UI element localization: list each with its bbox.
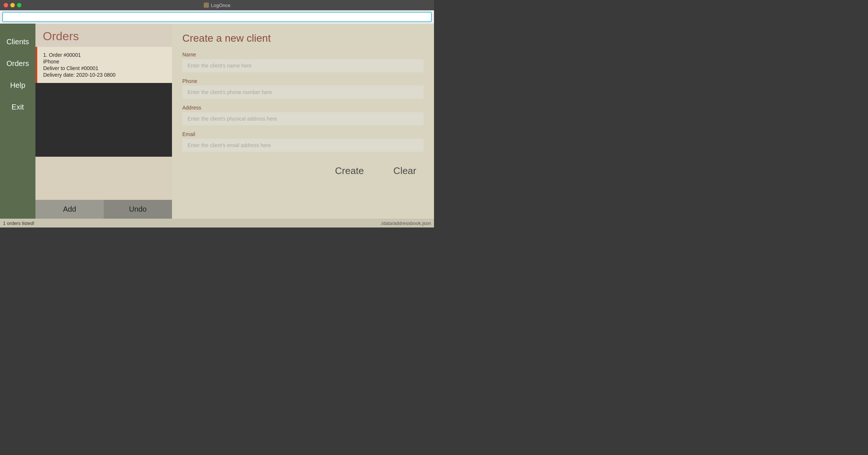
minimize-button[interactable] — [10, 3, 15, 7]
app-icon — [204, 3, 209, 8]
sidebar-item-exit[interactable]: Exit — [0, 96, 35, 118]
order-client: Deliver to Client #00001 — [43, 65, 166, 71]
title-bar: LogOnce — [0, 0, 434, 10]
address-input[interactable] — [182, 112, 424, 125]
address-form-group: Address — [182, 105, 424, 125]
status-right: ./data/addressbook.json — [380, 220, 431, 226]
maximize-button[interactable] — [17, 3, 21, 7]
clear-button[interactable]: Clear — [393, 165, 416, 177]
sidebar-item-help[interactable]: Help — [0, 74, 35, 96]
name-form-group: Name — [182, 52, 424, 72]
form-actions: Create Clear — [182, 165, 424, 177]
phone-input[interactable] — [182, 86, 424, 99]
phone-form-group: Phone — [182, 78, 424, 99]
search-bar-container — [0, 10, 434, 24]
address-label: Address — [182, 105, 424, 111]
orders-dark-area — [35, 83, 172, 157]
search-input[interactable] — [2, 12, 432, 22]
create-client-title: Create a new client — [182, 32, 424, 44]
name-input[interactable] — [182, 59, 424, 72]
add-order-button[interactable]: Add — [35, 200, 104, 219]
undo-button[interactable]: Undo — [104, 200, 172, 219]
status-bar: 1 orders listed! ./data/addressbook.json — [0, 219, 434, 228]
order-date: Delivery date: 2020-10-23 0800 — [43, 72, 166, 78]
create-button[interactable]: Create — [335, 165, 364, 177]
orders-panel: Orders 1. Order #00001 iPhone Deliver to… — [35, 24, 172, 219]
orders-footer: Add Undo — [35, 200, 172, 219]
status-left: 1 orders listed! — [3, 220, 34, 226]
order-item[interactable]: 1. Order #00001 iPhone Deliver to Client… — [35, 47, 172, 83]
orders-header: Orders — [35, 24, 172, 47]
window-controls[interactable] — [4, 3, 21, 7]
right-panel: Create a new client Name Phone Address E… — [172, 24, 434, 219]
order-number: 1. Order #00001 — [43, 52, 166, 58]
email-label: Email — [182, 131, 424, 137]
orders-title: Orders — [43, 29, 165, 43]
orders-list: 1. Order #00001 iPhone Deliver to Client… — [35, 47, 172, 200]
name-label: Name — [182, 52, 424, 58]
sidebar-item-clients[interactable]: Clients — [0, 31, 35, 53]
close-button[interactable] — [4, 3, 8, 7]
main-layout: Clients Orders Help Exit Orders 1. Order… — [0, 24, 434, 219]
sidebar-item-orders[interactable]: Orders — [0, 53, 35, 74]
sidebar: Clients Orders Help Exit — [0, 24, 35, 219]
order-product: iPhone — [43, 59, 166, 65]
phone-label: Phone — [182, 78, 424, 84]
app-title: LogOnce — [204, 3, 231, 8]
email-form-group: Email — [182, 131, 424, 152]
email-input[interactable] — [182, 139, 424, 152]
